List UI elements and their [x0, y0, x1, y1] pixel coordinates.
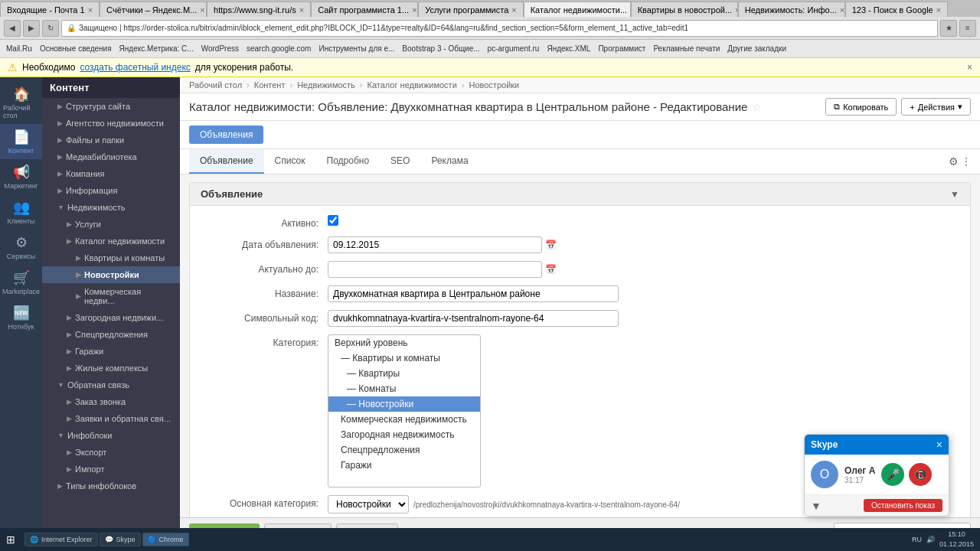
- bookmark-google[interactable]: search.google.com: [244, 44, 314, 54]
- breadcrumb-item[interactable]: Рабочий стол: [189, 80, 242, 90]
- sidebar-item-services[interactable]: ▶ Услуги: [42, 216, 180, 233]
- sidebar-item-newbuildings[interactable]: ▶ Новостройки: [42, 266, 180, 283]
- date-input[interactable]: [328, 236, 542, 253]
- favorite-star-icon[interactable]: ☆: [752, 101, 762, 113]
- refresh-button[interactable]: ↻: [42, 20, 59, 37]
- breadcrumb-item[interactable]: Каталог недвижимости: [368, 80, 457, 90]
- bookmark-mail[interactable]: Mail.Ru: [4, 44, 34, 54]
- tab-ads[interactable]: Реклама: [420, 149, 479, 174]
- announce-button[interactable]: Объявления: [189, 126, 263, 144]
- sidebar-item-catalog[interactable]: ▶ Каталог недвижимости: [42, 233, 180, 249]
- sidebar-item-export[interactable]: ▶ Экспорт: [42, 444, 180, 461]
- symbol-code-input[interactable]: [328, 310, 619, 327]
- primary-cat-select[interactable]: Новостройки: [328, 495, 409, 514]
- tab-close[interactable]: ×: [412, 5, 416, 15]
- tab-close[interactable]: ×: [299, 5, 304, 15]
- sidebar-item-requests[interactable]: ▶ Заявки и обратная свя...: [42, 410, 180, 427]
- tab-seo[interactable]: SEO: [380, 149, 420, 174]
- cat-item-special[interactable]: Спецпредложения: [328, 442, 480, 458]
- breadcrumb-item[interactable]: Недвижимость: [297, 80, 355, 90]
- icon-nav-marketplace[interactable]: 🛒 Marketplace: [0, 265, 42, 300]
- cat-item-country[interactable]: Загородная недвижимость: [328, 427, 480, 442]
- icon-nav-desktop[interactable]: 🏠 Рабочий стол: [0, 81, 42, 124]
- sidebar-item-special[interactable]: ▶ Спецпредложения: [42, 326, 180, 343]
- bookmark-yandex-xml[interactable]: Яндекс.XML: [544, 44, 593, 54]
- skype-accept-button[interactable]: 🎤: [881, 463, 904, 486]
- tab-close[interactable]: ×: [511, 5, 516, 15]
- icon-nav-clients[interactable]: 👥 Клиенты: [0, 194, 42, 230]
- address-bar[interactable]: 🔒 Защищено | https://order-stolica.ru/bi…: [61, 20, 938, 37]
- cat-item-flats-rooms[interactable]: — Квартиры и комнаты: [328, 350, 480, 366]
- sidebar-item-callback[interactable]: ▶ Заказ звонка: [42, 393, 180, 410]
- tab-mail[interactable]: Входящие - Почта 1 ×: [0, 2, 100, 17]
- forward-button[interactable]: ▶: [23, 20, 40, 37]
- date-to-input[interactable]: [328, 261, 542, 278]
- icon-nav-services[interactable]: ⚙ Сервисы: [0, 230, 42, 265]
- cat-item-top[interactable]: Верхний уровень: [328, 335, 480, 350]
- tab-metrica[interactable]: Счётчики – Яндекс.М... ×: [100, 2, 207, 17]
- bookmark-bootstrap[interactable]: Bootstrap 3 - Общие...: [400, 44, 482, 54]
- bookmark-programmer[interactable]: Программист: [596, 44, 648, 54]
- bookmark-pc-argument[interactable]: pc-argument.ru: [485, 44, 542, 54]
- sidebar-item-country[interactable]: ▶ Загородная недвижи...: [42, 309, 180, 326]
- cat-item-flats[interactable]: — Квартиры: [328, 366, 480, 381]
- taskbar-item-skype[interactable]: 💬 Skype: [100, 533, 141, 546]
- cat-item-garages[interactable]: Гаражи: [328, 458, 480, 473]
- copy-button[interactable]: ⧉ Копировать: [825, 98, 897, 116]
- notif-link-facet[interactable]: создать фасетный индекс: [80, 62, 190, 73]
- tab-close[interactable]: ×: [200, 5, 204, 15]
- sidebar-item-agency[interactable]: ▶ Агентство недвижимости: [42, 115, 180, 132]
- tab-catalog[interactable]: Каталог недвижимости... ×: [524, 2, 631, 17]
- skype-expand-button[interactable]: ▼: [811, 500, 822, 512]
- back-button[interactable]: ◀: [4, 20, 21, 37]
- tab-announcement[interactable]: Объявление: [189, 149, 264, 174]
- tab-detailed[interactable]: Подробно: [316, 149, 381, 174]
- active-checkbox[interactable]: [328, 215, 338, 226]
- tab-realty-info[interactable]: Недвижимость: Инфо... ×: [738, 2, 845, 17]
- skype-decline-button[interactable]: 📵: [909, 463, 932, 486]
- tab-sng[interactable]: https://www.sng-it.ru/s ×: [207, 2, 311, 17]
- menu-button[interactable]: ≡: [959, 20, 976, 37]
- bookmark-metrica[interactable]: Яндекс.Метрика: С...: [117, 44, 196, 54]
- sidebar-item-info[interactable]: ▶ Информация: [42, 182, 180, 199]
- actions-button[interactable]: + Действия ▾: [901, 98, 971, 116]
- collapse-icon[interactable]: ▼: [950, 189, 959, 200]
- tab-close[interactable]: ×: [936, 5, 941, 15]
- tab-programmer[interactable]: Сайт программиста 1... ×: [311, 2, 418, 17]
- tab-google[interactable]: 123 - Поиск в Google ×: [845, 2, 948, 17]
- start-button[interactable]: ⊞: [0, 533, 21, 546]
- category-listbox[interactable]: Верхний уровень — Квартиры и комнаты — К…: [328, 334, 481, 487]
- breadcrumb-item[interactable]: Контент: [254, 80, 286, 90]
- skype-stop-button[interactable]: Остановить показ: [864, 499, 942, 512]
- cat-item-commercial[interactable]: Коммерческая недвижимость: [328, 412, 480, 427]
- sidebar-item-feedback[interactable]: ▼ Обратная связь: [42, 377, 180, 393]
- cat-item-newbuildings[interactable]: — Новостройки: [328, 396, 480, 412]
- tab-flats[interactable]: Квартиры в новострой... ×: [631, 2, 738, 17]
- sidebar-item-flats[interactable]: ▶ Квартиры и комнаты: [42, 249, 180, 266]
- tab-close[interactable]: ×: [88, 5, 93, 15]
- icon-nav-marketing[interactable]: 📢 Маркетинг: [0, 159, 42, 194]
- sidebar-item-commercial[interactable]: ▶ Коммерческая недви...: [42, 283, 180, 309]
- sidebar-item-company[interactable]: ▶ Компания: [42, 165, 180, 182]
- taskbar-item-ie[interactable]: 🌐 Internet Explorer: [24, 533, 98, 546]
- name-input[interactable]: [328, 285, 619, 302]
- tab-close[interactable]: ×: [840, 5, 844, 15]
- icon-nav-new[interactable]: 🆕 Нотнбук: [0, 300, 42, 335]
- bookmark-basics[interactable]: Основные сведения: [38, 44, 114, 54]
- settings-icon[interactable]: ⚙: [949, 155, 959, 168]
- skype-close-button[interactable]: ×: [936, 439, 942, 451]
- icon-nav-content[interactable]: 📄 Контент: [0, 124, 42, 159]
- cat-item-rooms[interactable]: — Комнаты: [328, 381, 480, 396]
- sidebar-item-realty[interactable]: ▼ Недвижимость: [42, 199, 180, 216]
- columns-icon[interactable]: ⋮: [962, 156, 971, 167]
- sidebar-item-structure[interactable]: ▶ Структура сайта: [42, 98, 180, 115]
- sidebar-item-garages[interactable]: ▶ Гаражи: [42, 343, 180, 360]
- bookmark-others[interactable]: Другие закладки: [725, 44, 789, 54]
- taskbar-item-browser[interactable]: 🔵 Chrome: [142, 533, 189, 546]
- calendar-icon[interactable]: 📅: [545, 264, 557, 275]
- tab-services[interactable]: Услуги программиста ×: [418, 2, 524, 17]
- bookmark-wordpress[interactable]: WordPress: [199, 44, 241, 54]
- bookmark-ads[interactable]: Рекламные печати: [651, 44, 722, 54]
- sidebar-item-infoblock-types[interactable]: ▶ Типы инфоблоков: [42, 478, 180, 494]
- notif-close-button[interactable]: ×: [967, 62, 972, 73]
